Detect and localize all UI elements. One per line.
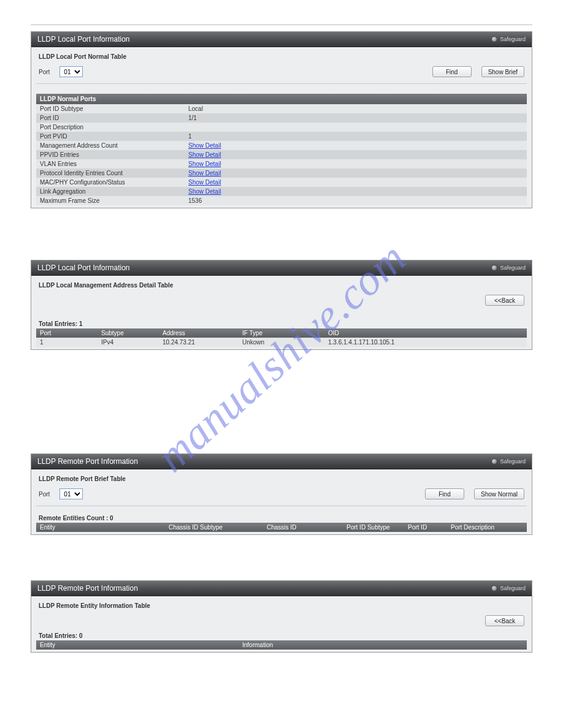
divider xyxy=(36,83,527,84)
panel-header: LLDP Remote Port Information Safeguard xyxy=(31,454,532,469)
safeguard-badge: Safeguard xyxy=(491,585,526,591)
lldp-local-mgmt-panel: LLDP Local Port Information Safeguard LL… xyxy=(31,260,532,350)
safeguard-icon xyxy=(491,36,497,42)
panel-body: LLDP Local Port Normal Table Port 01 Fin… xyxy=(31,47,532,208)
find-button[interactable]: Find xyxy=(425,488,464,499)
table-row: VLAN EntriesShow Detail xyxy=(36,159,527,169)
show-detail-link[interactable]: Show Detail xyxy=(188,188,221,195)
lldp-remote-entity-panel: LLDP Remote Port Information Safeguard L… xyxy=(31,580,532,653)
table-row: 1 IPv4 10.24.73.21 Unkown 1.3.6.1.4.1.17… xyxy=(36,338,527,347)
safeguard-badge: Safeguard xyxy=(491,36,526,42)
table-row: Port ID1/1 xyxy=(36,113,527,123)
table-row: Link AggregationShow Detail xyxy=(36,187,527,196)
section-header: LLDP Normal Ports xyxy=(36,94,527,104)
safeguard-badge: Safeguard xyxy=(491,458,526,464)
show-detail-link[interactable]: Show Detail xyxy=(188,142,221,149)
panel-body: LLDP Remote Port Brief Table Port 01 Fin… xyxy=(31,469,532,534)
safeguard-label: Safeguard xyxy=(500,265,526,271)
lldp-remote-brief-panel: LLDP Remote Port Information Safeguard L… xyxy=(31,453,532,535)
show-detail-link[interactable]: Show Detail xyxy=(188,170,221,176)
show-brief-button[interactable]: Show Brief xyxy=(481,66,524,77)
panel-title: LLDP Local Port Information xyxy=(37,35,130,44)
panel-header: LLDP Local Port Information Safeguard xyxy=(31,260,532,276)
port-label: Port xyxy=(39,69,50,75)
table-row: Port ID SubtypeLocal xyxy=(36,104,527,113)
controls-row: <<Back xyxy=(39,295,524,306)
divider xyxy=(36,506,527,506)
port-label: Port xyxy=(39,491,50,498)
normal-ports-table: Port ID SubtypeLocal Port ID1/1 Port Des… xyxy=(36,104,527,205)
table-row: Management Address CountShow Detail xyxy=(36,141,527,150)
table-header: Port Subtype Address IF Type OID xyxy=(36,328,527,338)
panel-title: LLDP Remote Port Information xyxy=(37,584,138,593)
find-button[interactable]: Find xyxy=(432,66,472,77)
port-select[interactable]: 01 xyxy=(59,66,83,77)
table-header: Entity Chassis ID Subtype Chassis ID Por… xyxy=(36,523,527,532)
show-detail-link[interactable]: Show Detail xyxy=(188,151,221,158)
safeguard-label: Safeguard xyxy=(500,585,526,591)
table-row: PPVID EntriesShow Detail xyxy=(36,150,527,159)
page-divider xyxy=(31,25,532,25)
subtitle: LLDP Local Management Address Detail Tab… xyxy=(39,282,527,289)
controls-row: <<Back xyxy=(39,615,524,626)
panel-title: LLDP Remote Port Information xyxy=(37,457,138,466)
panel-title: LLDP Local Port Information xyxy=(37,264,130,272)
table-row: Protocol Identity Entries CountShow Deta… xyxy=(36,169,527,178)
table-row: Maximum Frame Size1536 xyxy=(36,196,527,205)
safeguard-icon xyxy=(491,585,497,591)
page: manualshive.com LLDP Local Port Informat… xyxy=(31,25,532,653)
table-row: MAC/PHY Configuration/StatusShow Detail xyxy=(36,178,527,187)
safeguard-icon xyxy=(491,265,497,271)
port-select[interactable]: 01 xyxy=(59,488,83,499)
safeguard-label: Safeguard xyxy=(500,36,526,42)
safeguard-label: Safeguard xyxy=(500,458,526,464)
back-button[interactable]: <<Back xyxy=(485,615,524,626)
subtitle: LLDP Remote Port Brief Table xyxy=(39,476,527,482)
controls-row: Port 01 Find Show Normal xyxy=(39,488,524,499)
show-detail-link[interactable]: Show Detail xyxy=(188,179,221,186)
total-entries: Total Entries: 1 xyxy=(39,320,527,327)
table-header: Entity Information xyxy=(36,640,527,650)
panel-header: LLDP Remote Port Information Safeguard xyxy=(31,581,532,596)
panel-body: LLDP Remote Entity Information Table <<B… xyxy=(31,596,532,652)
remote-entities-count: Remote Entities Count : 0 xyxy=(39,515,527,521)
subtitle: LLDP Local Port Normal Table xyxy=(39,53,527,60)
table-row: Port Description xyxy=(36,123,527,132)
panel-body: LLDP Local Management Address Detail Tab… xyxy=(31,276,532,349)
back-button[interactable]: <<Back xyxy=(485,295,524,306)
panel-header: LLDP Local Port Information Safeguard xyxy=(31,32,532,47)
total-entries: Total Entries: 0 xyxy=(39,632,527,639)
show-normal-button[interactable]: Show Normal xyxy=(474,488,524,499)
table-row: Port PVID1 xyxy=(36,132,527,141)
lldp-local-port-panel: LLDP Local Port Information Safeguard LL… xyxy=(31,31,532,208)
safeguard-badge: Safeguard xyxy=(491,265,526,271)
subtitle: LLDP Remote Entity Information Table xyxy=(39,602,527,609)
show-detail-link[interactable]: Show Detail xyxy=(188,161,221,167)
controls-row: Port 01 Find Show Brief xyxy=(39,66,524,77)
safeguard-icon xyxy=(491,458,497,464)
